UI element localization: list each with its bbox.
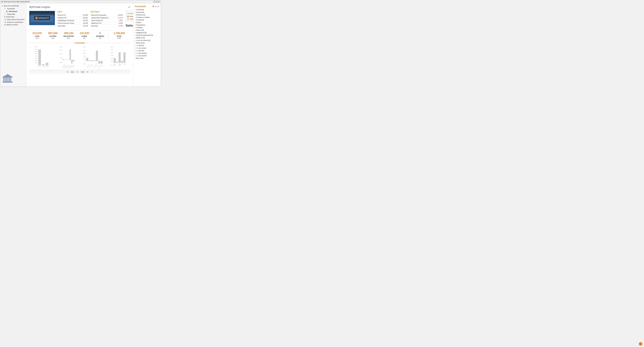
svg-text:investment grade: investment grade xyxy=(89,64,92,68)
svg-rect-80 xyxy=(124,52,126,63)
app-icon: 🏛 xyxy=(1,1,3,2)
next-year-btn[interactable]: ▶ xyxy=(87,71,88,73)
right-nav-par-titre[interactable]: ● +/- par titre xyxy=(133,44,161,47)
svg-rect-36 xyxy=(71,60,72,63)
page-header: MyPrivate Insights ↩ xyxy=(29,5,130,9)
svg-rect-1 xyxy=(3,77,4,81)
radio-individuel[interactable]: Individuel xyxy=(127,16,133,17)
back-icon[interactable]: ↩ xyxy=(128,5,130,9)
svg-rect-56 xyxy=(93,60,95,61)
bullet-matieres: ● xyxy=(135,37,136,38)
chart-type-svg: 160000 140000 120000 100000 80000 60000 … xyxy=(29,46,54,68)
top5-section: TOP 5 Deere & Co 81,004 Clariant LTD 35,… xyxy=(57,11,88,27)
svg-rect-78 xyxy=(119,52,121,63)
stat-actions: 897,040 ACTIONS 51% xyxy=(45,32,61,39)
svg-rect-6 xyxy=(10,77,11,81)
right-nav-cours[interactable]: ● Cours de clôture [G] xyxy=(133,39,161,42)
stat-label-obligations: OBLIGATIONS xyxy=(62,35,75,37)
bullet-resume: ● xyxy=(135,42,136,43)
next-year-2021-btn[interactable]: ▶ xyxy=(77,71,78,73)
svg-text:XNYS: XNYS xyxy=(119,64,121,65)
right-nav-ordres[interactable]: ● Ordres xyxy=(133,21,161,24)
bullet-actions: ● xyxy=(135,29,136,31)
sidebar-item-analyses[interactable]: 📊 Analyses et graphiques xyxy=(0,21,26,23)
right-nav-transactions[interactable]: ● Transactions xyxy=(133,24,161,26)
right-nav-portefeuille2[interactable]: ● Portefeuille xyxy=(133,18,161,21)
right-nav-actions[interactable]: ● Actions [G] xyxy=(133,29,161,31)
bottom5-name-4: Enel SpA xyxy=(91,24,115,27)
svg-rect-5 xyxy=(9,77,10,81)
right-nav-obligations[interactable]: ● Obligations [G] xyxy=(133,31,161,34)
right-nav-adresses[interactable]: ● Adresses [G] xyxy=(133,13,161,16)
sidebar-item-rapportage[interactable]: 📄 Rapportage xyxy=(0,13,26,15)
year-2021: 2021 xyxy=(70,71,74,73)
svg-text:60000: 60000 xyxy=(111,46,113,47)
top5-val-4: 15,744 xyxy=(80,24,88,27)
bottom5-name-1: Vestas Wind Systems A/... xyxy=(91,16,115,19)
right-nav-label-cours: Cours de clôture [G] xyxy=(136,39,150,41)
svg-rect-77 xyxy=(116,62,118,63)
add-icon: ⊕ xyxy=(2,5,3,7)
svg-text:30000: 30000 xyxy=(111,55,113,56)
svg-text:40000: 40000 xyxy=(111,52,113,53)
right-nav-label-transactions: Transactions xyxy=(136,24,145,26)
stat-label-actions: ACTIONS xyxy=(46,35,60,37)
bottom5-val-1: -17,672 xyxy=(115,16,123,19)
right-nav-matieres[interactable]: ● Matières [G] xyxy=(133,36,161,39)
bar-obligation xyxy=(46,63,48,65)
radio-dot-individuel xyxy=(127,16,129,17)
right-nav-par-secteur[interactable]: ● +/- par secteur xyxy=(133,47,161,49)
svg-rect-53 xyxy=(86,58,88,61)
top5-name-0: Deere & Co xyxy=(57,14,80,16)
right-nav-label-fonds: Fonds de placement [G] xyxy=(136,34,153,36)
svg-text:& lower: & lower xyxy=(102,65,103,67)
right-nav-portefeuille[interactable]: ● Portefeuille xyxy=(133,8,161,11)
sidebar-item-portefeuille[interactable]: 📁 Portefeuille xyxy=(0,7,26,10)
titlebar-controls[interactable]: ─ □ ✕ xyxy=(153,1,160,3)
stat-value-matieres: 0 xyxy=(94,32,106,35)
bottom5-val-3: -6,083 xyxy=(115,22,123,24)
svg-rect-8 xyxy=(2,82,12,83)
chart-rating-svg: 100000 80000 60000 40000 20000 0 -20000 xyxy=(80,46,105,68)
sidebar-label-export-docs: Export data & documents xyxy=(7,18,24,20)
right-nav-par-notation[interactable]: ● +/- par notation xyxy=(133,52,161,54)
sidebar-item-swissquote[interactable]: 🏦 Swissquote xyxy=(0,10,26,13)
svg-text:150000: 150000 xyxy=(60,50,62,51)
sidebar-item-export-docs[interactable]: 📋 Export data & documents xyxy=(0,18,26,21)
profitability-section: Profitabilité 160000 140000 120000 10000… xyxy=(29,42,130,70)
svg-text:O5 Speculative: O5 Speculative xyxy=(98,64,102,68)
sidebar-item-archive[interactable]: 🗃 Afficher l'archive xyxy=(0,23,26,26)
sidebar-label-rapportage: Rapportage xyxy=(7,13,15,15)
right-nav-resume[interactable]: ● Résumé [G] xyxy=(133,42,161,44)
svg-text:40000: 40000 xyxy=(83,56,86,56)
right-nav-par-marche[interactable]: ● +/- par marché xyxy=(133,54,161,57)
right-nav-comptes[interactable]: ● Comptes en liquide xyxy=(133,16,161,18)
radio-consolide[interactable]: Consolidé xyxy=(127,18,133,20)
sidebar-item-add-portfolio[interactable]: ⊕ Ajout d'un portefeuille xyxy=(0,4,26,7)
maximize-button[interactable]: □ xyxy=(156,1,158,3)
sq-badge: ● SWISSQUOTE xyxy=(34,16,50,20)
filter-icon[interactable]: ▼ xyxy=(91,71,93,73)
export-icon: ⬆ xyxy=(4,16,6,17)
right-nav-cashflow[interactable]: ● Cashflow xyxy=(133,26,161,29)
stat-total: 1,756,825 TOTAL 100% xyxy=(108,32,130,39)
pin-icon[interactable]: 📌 xyxy=(152,5,154,7)
font-size-control[interactable]: Aa aa xyxy=(155,5,159,7)
stat-label-matieres: MATIÈRES xyxy=(94,35,106,37)
svg-text:60000: 60000 xyxy=(35,58,38,59)
bank-logo-icon xyxy=(2,73,13,84)
chart-icon: 📊 xyxy=(4,21,6,23)
prev-year-btn[interactable]: ◀ xyxy=(67,71,68,73)
sidebar-item-export-data[interactable]: ⬆ Export data xyxy=(0,15,26,18)
minimize-button[interactable]: ─ xyxy=(153,1,155,3)
right-nav-documents[interactable]: ● Documents xyxy=(133,11,161,13)
right-nav-fonds[interactable]: ● Fonds de placement [G] xyxy=(133,34,161,36)
sidebar-label-add: Ajout d'un portefeuille xyxy=(4,5,19,7)
sidebar-label-analyses: Analyses et graphiques xyxy=(7,21,23,23)
svg-text:120000: 120000 xyxy=(35,51,38,52)
svg-rect-3 xyxy=(6,77,7,81)
close-button[interactable]: ✕ xyxy=(158,1,160,3)
right-nav-bloc-notes[interactable]: ● Bloc-notes xyxy=(133,57,161,59)
stat-obligations: 499,185 OBLIGATIONS 28% xyxy=(61,32,76,39)
right-nav-par-type[interactable]: ● +/- par type xyxy=(133,49,161,52)
